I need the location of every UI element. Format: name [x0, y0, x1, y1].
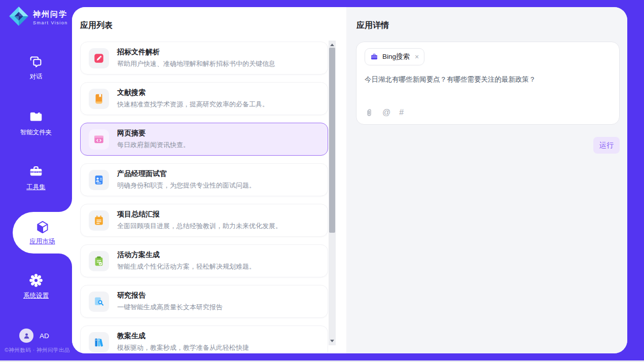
browser-icon	[89, 129, 109, 150]
cube-icon	[35, 220, 50, 235]
app-card-text: 网页摘要每日政府新闻资讯快查。	[117, 129, 190, 150]
chat-icon	[28, 54, 44, 69]
sidebar-item-folder[interactable]: 智能文件夹	[0, 110, 72, 137]
sidebar: 神州问学 Smart Vision 对话智能文件夹工具集应用市场系统设置 AD …	[0, 0, 72, 362]
prompt-input[interactable]: 今日湖北有哪些新闻要点？有哪些需要关注的最新政策？	[365, 75, 536, 85]
sidebar-item-label: 对话	[30, 73, 43, 81]
app-detail-panel: 应用详情 Bing搜索 × 今日湖北有哪些新闻要点？有哪些需要关注的最新政策？ …	[346, 7, 627, 353]
toolbox-icon	[28, 164, 44, 179]
app-card-book[interactable]: 文献搜索快速精准查找学术资源，提高研究效率的必备工具。	[80, 82, 328, 115]
mention-icon[interactable]: @	[382, 108, 390, 117]
app-card-clipboard[interactable]: 活动方案生成智能生成个性化活动方案，轻松解决规划难题。	[80, 244, 328, 277]
remove-tool-icon[interactable]: ×	[415, 53, 419, 60]
clipboard-icon	[89, 251, 109, 271]
app-detail-title: 应用详情	[356, 20, 389, 31]
composer-toolbar: @ #	[365, 108, 404, 117]
tool-tag-label: Bing搜索	[382, 52, 410, 61]
app-card-description: 一键智能生成高质量长文本研究报告	[117, 303, 223, 312]
sidebar-item-gear[interactable]: 系统设置	[0, 273, 72, 300]
app-card-title: 项目总结汇报	[117, 210, 282, 219]
app-card-title: 网页摘要	[117, 129, 190, 138]
folder-icon	[28, 110, 44, 125]
app-card-description: 智能生成个性化活动方案，轻松解决规划难题。	[117, 262, 256, 271]
brand-name: 神州问学	[33, 10, 68, 19]
app-card-description: 每日政府新闻资讯快查。	[117, 140, 190, 150]
brand-subtitle: Smart Vision	[33, 20, 68, 25]
user-name: AD	[40, 332, 49, 340]
sidebar-item-label: 工具集	[26, 183, 46, 192]
sidebar-item-label: 应用市场	[30, 237, 55, 246]
app-card-title: 文献搜索	[117, 88, 269, 97]
app-card-title: 招标文件解析	[117, 48, 275, 57]
app-card-text: 产品经理面试官明确身份和职责，为您提供专业性的面试问题。	[117, 169, 256, 190]
books-icon	[89, 332, 109, 352]
main-content: 应用列表 招标文件解析帮助用户快速、准确地理解和解析招标书中的关键信息文献搜索快…	[72, 7, 627, 353]
sidebar-item-label: 系统设置	[23, 292, 49, 300]
app-card-title: 研究报告	[117, 291, 223, 300]
app-card-browser[interactable]: 网页摘要每日政府新闻资讯快查。	[80, 123, 328, 156]
active-curve-top	[59, 199, 72, 212]
app-card-description: 模板驱动，教案秒成，教学准备从此轻松快捷	[117, 343, 249, 352]
copyright-footer: ©神州数码 · 神州问学出品	[5, 347, 70, 354]
hash-icon[interactable]: #	[399, 108, 404, 117]
sidebar-item-toolbox[interactable]: 工具集	[0, 164, 72, 192]
app-card-list: 招标文件解析帮助用户快速、准确地理解和解析招标书中的关键信息文献搜索快速精准查找…	[80, 42, 328, 352]
app-card-title: 产品经理面试官	[117, 169, 256, 178]
app-list-title: 应用列表	[80, 20, 113, 31]
app-card-books[interactable]: 教案生成模板驱动，教案秒成，教学准备从此轻松快捷	[80, 325, 328, 352]
app-card-text: 研究报告一键智能生成高质量长文本研究报告	[117, 291, 223, 312]
active-curve-bottom	[59, 254, 72, 267]
gear-icon	[28, 273, 44, 288]
app-card-description: 快速精准查找学术资源，提高研究效率的必备工具。	[117, 100, 269, 109]
scrollbar-thumb[interactable]	[329, 48, 335, 233]
app-list-panel: 应用列表 招标文件解析帮助用户快速、准确地理解和解析招标书中的关键信息文献搜索快…	[72, 7, 346, 353]
app-card-description: 全面回顾项目进展，总结经验教训，助力未来优化发展。	[117, 222, 282, 231]
edit-doc-icon	[89, 48, 109, 68]
app-card-text: 文献搜索快速精准查找学术资源，提高研究效率的必备工具。	[117, 88, 269, 109]
app-card-text: 教案生成模板驱动，教案秒成，教学准备从此轻松快捷	[117, 332, 249, 352]
sidebar-item-label: 智能文件夹	[20, 128, 52, 137]
app-card-research[interactable]: 研究报告一键智能生成高质量长文本研究报告	[80, 285, 328, 318]
brand: 神州问学 Smart Vision	[8, 6, 68, 29]
app-card-interviewer[interactable]: 产品经理面试官明确身份和职责，为您提供专业性的面试问题。	[80, 163, 328, 196]
briefcase-icon	[370, 53, 378, 61]
app-card-description: 帮助用户快速、准确地理解和解析招标书中的关键信息	[117, 59, 275, 68]
scroll-up-icon[interactable]	[330, 44, 334, 46]
diamond-logo-icon	[8, 6, 29, 29]
person-icon	[22, 332, 31, 340]
app-card-title: 教案生成	[117, 332, 249, 341]
user-profile[interactable]: AD	[19, 329, 49, 343]
app-card-edit-doc[interactable]: 招标文件解析帮助用户快速、准确地理解和解析招标书中的关键信息	[80, 42, 328, 75]
book-icon	[89, 89, 109, 109]
research-icon	[89, 292, 109, 312]
app-card-text: 活动方案生成智能生成个性化活动方案，轻松解决规划难题。	[117, 250, 256, 271]
app-card-text: 项目总结汇报全面回顾项目进展，总结经验教训，助力未来优化发展。	[117, 210, 282, 231]
tool-tag-bing-search[interactable]: Bing搜索 ×	[365, 48, 424, 65]
app-card-title: 活动方案生成	[117, 250, 256, 260]
app-card-report[interactable]: 项目总结汇报全面回顾项目进展，总结经验教训，助力未来优化发展。	[80, 204, 328, 237]
sidebar-item-cube[interactable]: 应用市场	[13, 212, 72, 254]
report-icon	[89, 210, 109, 231]
prompt-card[interactable]: Bing搜索 × 今日湖北有哪些新闻要点？有哪些需要关注的最新政策？ @ #	[356, 42, 620, 125]
avatar	[19, 329, 33, 343]
interviewer-icon	[89, 170, 109, 190]
app-card-description: 明确身份和职责，为您提供专业性的面试问题。	[117, 181, 256, 190]
sidebar-item-chat[interactable]: 对话	[0, 54, 72, 81]
attachment-icon[interactable]	[365, 108, 374, 117]
scroll-down-icon[interactable]	[330, 340, 334, 342]
app-card-text: 招标文件解析帮助用户快速、准确地理解和解析招标书中的关键信息	[117, 48, 275, 68]
scrollbar[interactable]	[329, 41, 336, 345]
run-button[interactable]: 运行	[593, 137, 620, 154]
